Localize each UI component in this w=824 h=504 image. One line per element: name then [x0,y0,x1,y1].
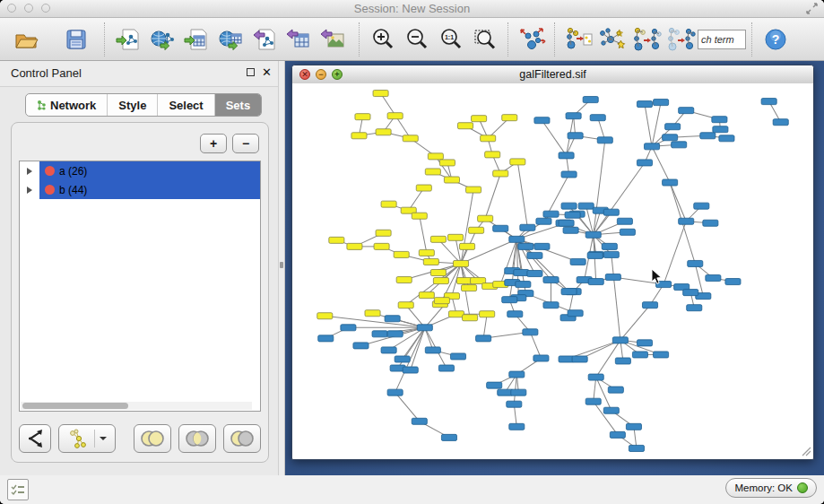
graph-node[interactable] [387,389,403,395]
graph-node[interactable] [381,347,396,353]
graph-node[interactable] [632,352,647,358]
graph-node[interactable] [387,331,403,337]
apply-layout-icon[interactable] [515,22,549,56]
graph-node[interactable] [610,431,625,438]
graph-node[interactable] [654,352,669,358]
graph-node[interactable] [603,407,619,413]
task-history-button[interactable] [7,479,29,500]
graph-node[interactable] [514,269,529,275]
graph-node[interactable] [403,135,418,142]
network-selected-edges-icon[interactable] [664,22,698,56]
graph-node[interactable] [534,243,550,249]
graph-node[interactable] [372,331,387,337]
graph-node[interactable] [559,152,574,159]
graph-node[interactable] [543,211,559,217]
graph-node[interactable] [536,218,551,224]
graph-node[interactable] [498,389,513,395]
network-view-window[interactable]: ✕ − + galFiltered.sif [291,65,814,460]
fullscreen-icon[interactable] [806,3,818,14]
graph-node[interactable] [463,315,478,321]
graph-node[interactable] [507,311,523,317]
graph-node[interactable] [663,179,678,186]
split-sets-button[interactable] [19,424,51,453]
graph-node[interactable] [615,358,630,364]
save-session-icon[interactable] [59,22,93,56]
graph-node[interactable] [637,340,652,346]
graph-node[interactable] [602,243,617,249]
graph-node[interactable] [687,305,702,311]
union-sets-button[interactable] [134,424,171,453]
graph-node[interactable] [447,234,463,240]
graph-node[interactable] [706,275,721,282]
graph-node[interactable] [462,285,477,291]
graph-node[interactable] [457,123,473,129]
graph-node[interactable] [511,389,526,395]
graph-node[interactable] [450,353,465,360]
graph-node[interactable] [612,337,628,343]
graph-node[interactable] [425,347,440,353]
select-neighbors-icon[interactable] [595,22,629,56]
graph-node[interactable] [565,212,580,218]
graph-node[interactable] [430,269,446,275]
graph-node[interactable] [679,218,694,224]
graph-node[interactable] [605,274,620,281]
intersect-sets-button[interactable] [178,424,216,453]
open-session-icon[interactable] [9,22,43,56]
graph-node[interactable] [626,423,641,430]
graph-node[interactable] [444,177,459,183]
graph-node[interactable] [318,335,334,342]
graph-node[interactable] [472,116,487,122]
graph-node[interactable] [510,159,525,165]
remove-set-button[interactable]: − [232,134,259,153]
graph-node[interactable] [665,124,681,130]
graph-node[interactable] [543,277,559,283]
export-table-icon[interactable] [282,22,316,56]
graph-node[interactable] [387,113,403,119]
help-icon[interactable]: ? [759,22,793,56]
graph-node[interactable] [341,325,356,331]
export-image-icon[interactable] [316,22,350,56]
zoom-actual-icon[interactable]: 1:1 [434,22,468,56]
graph-node[interactable] [725,279,741,285]
disclosure-triangle-icon[interactable] [27,168,32,175]
graph-node[interactable] [419,292,434,299]
graph-node[interactable] [417,325,432,331]
import-table-web-icon[interactable] [213,22,247,56]
resize-grip-icon[interactable] [801,446,811,456]
graph-node[interactable] [438,365,454,371]
graph-node[interactable] [703,220,718,226]
graph-node[interactable] [476,335,491,342]
graph-node[interactable] [394,251,409,257]
splitter-handle[interactable] [280,262,283,268]
graph-node[interactable] [373,91,388,97]
graph-node[interactable] [381,201,396,207]
graph-node[interactable] [520,224,535,230]
graph-node[interactable] [478,215,493,222]
tab-network[interactable]: Network [26,94,108,116]
graph-node[interactable] [570,258,585,265]
graph-node[interactable] [578,203,594,209]
graph-node[interactable] [469,227,484,233]
network-from-selection-icon[interactable] [561,22,595,56]
graph-node[interactable] [425,169,440,175]
graph-node[interactable] [656,282,672,288]
graph-node[interactable] [433,278,448,284]
horizontal-scrollbar[interactable] [21,402,252,410]
graph-node[interactable] [654,100,669,106]
graph-node[interactable] [585,231,601,238]
graph-node[interactable] [561,289,577,295]
list-item-set-b[interactable]: b (44) [20,180,260,199]
graph-node[interactable] [374,243,389,249]
graph-node[interactable] [527,270,542,276]
graph-node[interactable] [663,135,678,141]
graph-node[interactable] [588,374,603,380]
graph-node[interactable] [416,185,431,191]
graph-node[interactable] [351,133,367,139]
graph-node[interactable] [588,279,603,285]
graph-node[interactable] [620,229,635,235]
graph-node[interactable] [365,310,380,317]
network-selected-all-edges-icon[interactable] [629,22,664,56]
graph-node[interactable] [644,143,659,150]
graph-node[interactable] [679,108,694,114]
graph-node[interactable] [527,252,542,258]
